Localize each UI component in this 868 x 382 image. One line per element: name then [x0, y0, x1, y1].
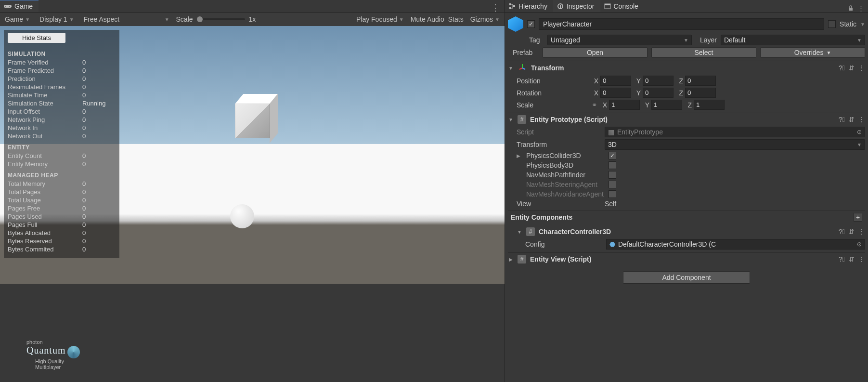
photon-logo: photon Quantum High Quality Multiplayer: [26, 339, 80, 370]
caret-down-icon: ▼: [165, 17, 169, 22]
overrides-label: Overrides: [794, 49, 824, 56]
game-panel-menu-icon[interactable]: ⋮: [486, 3, 505, 12]
scale-y-input[interactable]: [651, 100, 682, 110]
tab-inspector[interactable]: Inspector: [553, 0, 600, 12]
gizmos-dropdown[interactable]: Gizmos▼: [467, 14, 503, 24]
ep-transform-value: 3D: [608, 141, 617, 148]
tab-game[interactable]: Game: [0, 0, 39, 12]
svg-rect-4: [509, 7, 511, 9]
scale-x-input[interactable]: [609, 100, 640, 110]
caret-down-icon: ▼: [69, 17, 74, 22]
preset-icon[interactable]: ⇵: [849, 116, 855, 123]
entity-view-header[interactable]: ▶ # Entity View (Script) ?⃝ ⇵ ⋮: [508, 252, 865, 265]
stats-value: 0: [82, 66, 86, 75]
tag-layer-row: Tag Untagged▼ Layer Default▼: [508, 34, 865, 46]
lock-icon[interactable]: [847, 5, 854, 12]
help-icon[interactable]: ?⃝: [839, 64, 845, 72]
component-menu-icon[interactable]: ⋮: [858, 228, 865, 236]
help-icon[interactable]: ?⃝: [839, 228, 845, 236]
scale-z-input[interactable]: [694, 100, 725, 110]
entity-prototype-title: Entity Prototype (Script): [530, 116, 608, 123]
aspect-dropdown[interactable]: Free Aspect▼: [81, 14, 172, 24]
tab-console[interactable]: Console: [600, 0, 644, 12]
link-icon[interactable]: ⚭: [592, 101, 597, 109]
static-checkbox[interactable]: [828, 20, 836, 28]
rotation-label: Rotation: [517, 89, 589, 97]
fold-icon[interactable]: ▼: [517, 229, 522, 235]
gameobject-name-input[interactable]: [539, 18, 824, 30]
layer-dropdown[interactable]: Default▼: [721, 35, 865, 45]
prefab-open-button[interactable]: Open: [543, 47, 648, 58]
rotation-y-input[interactable]: [643, 88, 674, 98]
fold-icon[interactable]: ▶: [508, 257, 514, 262]
ep-transform-dropdown[interactable]: 3D▼: [605, 139, 865, 150]
gameobject-cube-icon: [508, 16, 523, 32]
tab-hierarchy[interactable]: Hierarchy: [505, 0, 553, 12]
stats-section-title: MANAGED HEAP: [8, 172, 116, 179]
ep-prop-checkbox[interactable]: ✓: [609, 152, 616, 159]
svg-point-1: [5, 6, 6, 7]
scale-label: Scale: [517, 101, 589, 109]
display-dropdown[interactable]: Display 1▼: [37, 14, 77, 24]
component-menu-icon[interactable]: ⋮: [858, 116, 865, 123]
rotation-z-input[interactable]: [685, 88, 716, 98]
scene-sphere: [230, 204, 254, 228]
stats-value: 0: [82, 237, 86, 245]
slider-thumb[interactable]: [197, 16, 203, 22]
hierarchy-icon: [509, 3, 516, 10]
gameobject-enabled-checkbox[interactable]: ✓: [527, 20, 535, 28]
script-field[interactable]: ▦ EntityPrototype ⊙: [605, 127, 865, 137]
stats-toggle[interactable]: Stats: [448, 15, 464, 23]
play-focused-dropdown[interactable]: Play Focused▼: [353, 14, 407, 24]
scale-slider[interactable]: [197, 18, 245, 20]
help-icon[interactable]: ?⃝: [839, 116, 845, 123]
stats-section-title: ENTITY: [8, 144, 116, 151]
ep-prop-label: NavMeshPathfinder: [526, 171, 605, 179]
stats-row: Simulate Time0: [8, 91, 116, 99]
add-entity-component-button[interactable]: +: [854, 213, 862, 222]
ep-prop-checkbox[interactable]: [609, 171, 616, 179]
stats-row: Resimulated Frames0: [8, 83, 116, 91]
position-x-input[interactable]: [600, 76, 631, 86]
ep-prop-checkbox[interactable]: [609, 190, 616, 198]
position-z-input[interactable]: [685, 76, 716, 86]
hide-stats-button[interactable]: Hide Stats: [8, 33, 65, 43]
mute-audio-toggle[interactable]: Mute Audio: [411, 15, 444, 23]
preset-icon[interactable]: ⇵: [849, 255, 855, 263]
preset-icon[interactable]: ⇵: [849, 228, 855, 236]
preset-icon[interactable]: ⇵: [849, 64, 855, 72]
object-picker-icon[interactable]: ⊙: [857, 129, 862, 135]
help-icon[interactable]: ?⃝: [839, 255, 845, 263]
caret-down-icon[interactable]: ▼: [860, 22, 865, 27]
fold-icon[interactable]: ▼: [508, 117, 514, 122]
stats-row: Pages Free0: [8, 204, 116, 212]
stats-value: 0: [82, 152, 86, 160]
fold-icon[interactable]: ▶: [517, 153, 522, 158]
ep-prop-checkbox[interactable]: [609, 181, 616, 188]
character-controller-header[interactable]: ▼ # CharacterController3D ?⃝ ⇵ ⋮: [508, 225, 865, 238]
tag-dropdown[interactable]: Untagged▼: [547, 35, 692, 45]
scene-cube: [235, 104, 270, 138]
game-mode-dropdown[interactable]: Game▼: [2, 14, 33, 24]
svg-rect-10: [605, 4, 610, 5]
prefab-overrides-button[interactable]: Overrides▼: [760, 47, 865, 58]
stats-key: Prediction: [8, 75, 82, 83]
transform-component-header[interactable]: ▼ Transform ?⃝ ⇵ ⋮: [508, 61, 865, 75]
ep-prop-checkbox[interactable]: [609, 161, 616, 169]
game-viewport: Hide Stats SIMULATIONFrame Verified0Fram…: [0, 26, 505, 382]
rotation-x-input[interactable]: [600, 88, 631, 98]
stats-value: 0: [82, 188, 86, 196]
fold-icon[interactable]: ▼: [508, 66, 514, 71]
prefab-select-button[interactable]: Select: [651, 47, 756, 58]
config-field[interactable]: ⬣ DefaultCharacterController3D (C ⊙: [606, 239, 865, 250]
stats-row: Total Memory0: [8, 180, 116, 188]
logo-top: photon: [26, 339, 80, 345]
entity-prototype-header[interactable]: ▼ # Entity Prototype (Script) ?⃝ ⇵ ⋮: [508, 113, 865, 126]
component-menu-icon[interactable]: ⋮: [858, 255, 865, 263]
panel-menu-icon[interactable]: ⋮: [858, 5, 864, 12]
component-menu-icon[interactable]: ⋮: [858, 64, 865, 72]
position-y-input[interactable]: [643, 76, 674, 86]
script-value: EntityPrototype: [617, 128, 663, 136]
add-component-button[interactable]: Add Component: [623, 271, 750, 284]
object-picker-icon[interactable]: ⊙: [857, 241, 862, 248]
